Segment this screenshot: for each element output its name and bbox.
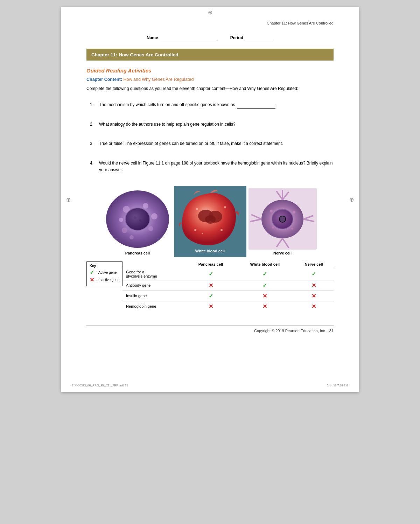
question-text: Would the nerve cell in Figure 11.1 on p… bbox=[99, 160, 334, 173]
footer-page: 81 bbox=[329, 329, 334, 333]
question-text: The mechanism by which cells turn on and… bbox=[99, 102, 334, 109]
question-text: True or false: The expression of genes c… bbox=[99, 140, 334, 147]
corner-br-text: 5/14/18 7:28 PM bbox=[327, 384, 348, 387]
cells-section: Pancreas cell bbox=[86, 186, 334, 312]
crosshair-top-icon: ⊕ bbox=[208, 9, 212, 16]
x-icon: ✕ bbox=[312, 293, 316, 299]
pancreas-hemoglobin: ✕ bbox=[186, 301, 236, 312]
table-row: Insulin gene ✓ ✕ ✕ bbox=[122, 291, 334, 301]
question-text: What analogy do the authors use to help … bbox=[99, 121, 334, 128]
white-antibody: ✓ bbox=[236, 280, 294, 291]
intro-text: Complete the following questions as you … bbox=[86, 85, 334, 92]
gene-name-antibody: Antibody gene bbox=[122, 280, 186, 291]
nerve-antibody: ✕ bbox=[294, 280, 334, 291]
svg-point-7 bbox=[119, 218, 123, 222]
table-row: Antibody gene ✕ ✓ ✕ bbox=[122, 280, 334, 291]
white-blood-cell-label: White blood cell bbox=[176, 249, 244, 253]
pancreas-insulin: ✓ bbox=[186, 291, 236, 301]
x-icon: ✕ bbox=[262, 303, 267, 309]
period-field: Period bbox=[230, 35, 273, 40]
question-item: 3. True or false: The expression of gene… bbox=[86, 140, 334, 147]
cell-images-row: Pancreas cell bbox=[86, 186, 334, 257]
svg-point-14 bbox=[205, 215, 216, 224]
crosshair-left-icon: ⊕ bbox=[66, 196, 71, 203]
footer: Copyright © 2019 Pearson Education, Inc.… bbox=[86, 326, 334, 333]
nerve-cell-label: Nerve cell bbox=[248, 251, 317, 255]
chapter-title-bar: Chapter 11: How Genes Are Controlled bbox=[86, 49, 334, 61]
white-blood-cell-bg: White blood cell bbox=[174, 186, 246, 257]
question-item: 2. What analogy do the authors use to he… bbox=[86, 121, 334, 128]
name-underline bbox=[160, 35, 216, 40]
svg-point-37 bbox=[291, 228, 293, 230]
white-glycolysis: ✓ bbox=[236, 268, 294, 280]
nerve-insulin: ✕ bbox=[294, 291, 334, 301]
pancreas-glycolysis: ✓ bbox=[186, 268, 236, 280]
x-icon: ✕ bbox=[312, 282, 316, 288]
pancreas-cell-container: Pancreas cell bbox=[104, 188, 172, 257]
svg-point-10 bbox=[134, 216, 136, 219]
pancreas-antibody: ✕ bbox=[186, 280, 236, 291]
chapter-content-label: Chapter Content: How and Why Genes Are R… bbox=[86, 77, 334, 82]
svg-point-33 bbox=[280, 216, 285, 222]
question-item: 4. Would the nerve cell in Figure 11.1 o… bbox=[86, 160, 334, 173]
svg-point-34 bbox=[270, 210, 273, 212]
gene-name-insulin: Insulin gene bbox=[122, 291, 186, 301]
question-number: 3. bbox=[86, 140, 93, 147]
check-icon: ✓ bbox=[90, 269, 94, 276]
nerve-cell-container: Nerve cell bbox=[248, 188, 317, 257]
x-icon: ✕ bbox=[312, 303, 316, 309]
check-icon: ✓ bbox=[262, 271, 267, 277]
period-label: Period bbox=[230, 35, 243, 40]
chapter-header: Chapter 11: How Genes Are Controlled bbox=[86, 21, 334, 25]
check-icon: ✓ bbox=[209, 271, 213, 277]
check-icon: ✓ bbox=[312, 271, 316, 277]
x-icon: ✕ bbox=[209, 282, 213, 288]
pancreas-cell-image bbox=[104, 188, 172, 250]
x-icon: ✕ bbox=[90, 277, 94, 283]
key-inactive-item: ✕ = Inactive gene bbox=[90, 277, 119, 283]
svg-point-6 bbox=[130, 235, 134, 239]
footer-copyright: Copyright © 2019 Pearson Education, Inc. bbox=[254, 329, 326, 333]
name-period-line: Name Period bbox=[86, 35, 334, 40]
nerve-glycolysis: ✓ bbox=[294, 268, 334, 280]
key-active-item: ✓ = Active gene bbox=[90, 269, 119, 276]
crosshair-right-icon: ⊕ bbox=[349, 196, 354, 203]
question-number: 4. bbox=[86, 160, 93, 173]
question-number: 2. bbox=[86, 121, 93, 128]
x-icon: ✕ bbox=[262, 293, 267, 299]
key-box: Key ✓ = Active gene ✕ = Inactive gene bbox=[86, 261, 122, 286]
svg-point-3 bbox=[151, 213, 158, 219]
answer-blank bbox=[237, 102, 275, 109]
chapter-content-topic: How and Why Genes Are Regulated bbox=[124, 77, 194, 82]
table-header-gene bbox=[122, 261, 186, 268]
key-active-label: = Active gene bbox=[96, 271, 117, 274]
white-insulin: ✕ bbox=[236, 291, 294, 301]
table-header-nerve: Nerve cell bbox=[294, 261, 334, 268]
gene-name-hemoglobin: Hemoglobin gene bbox=[122, 301, 186, 312]
nerve-hemoglobin: ✕ bbox=[294, 301, 334, 312]
gene-table: Pancreas cell White blood cell Nerve cel… bbox=[122, 261, 334, 312]
chapter-title: Chapter 11: How Genes Are Controlled bbox=[91, 52, 178, 57]
white-hemoglobin: ✕ bbox=[236, 301, 294, 312]
svg-point-2 bbox=[143, 203, 148, 209]
name-label: Name bbox=[147, 35, 158, 40]
chapter-content-prefix: Chapter Content: bbox=[86, 77, 124, 82]
nerve-cell-image bbox=[248, 188, 317, 250]
white-blood-cell-image bbox=[176, 188, 244, 247]
table-row: Hemoglobin gene ✕ ✕ ✕ bbox=[122, 301, 334, 312]
key-title: Key bbox=[90, 264, 119, 268]
guided-reading-title: Guided Reading Activities bbox=[86, 68, 334, 74]
name-field: Name bbox=[147, 35, 216, 40]
gene-table-wrapper: Key ✓ = Active gene ✕ = Inactive gene Pa… bbox=[86, 261, 334, 312]
pancreas-cell-label: Pancreas cell bbox=[104, 251, 172, 255]
question-item: 1. The mechanism by which cells turn on … bbox=[86, 102, 334, 109]
key-inactive-label: = Inactive gene bbox=[96, 278, 119, 282]
page: ⊕ ⊕ ⊕ Chapter 11: How Genes Are Controll… bbox=[61, 7, 359, 392]
svg-point-18 bbox=[194, 229, 196, 231]
svg-point-11 bbox=[139, 219, 141, 222]
x-icon: ✕ bbox=[209, 303, 213, 309]
table-header-white: White blood cell bbox=[236, 261, 294, 268]
svg-point-16 bbox=[224, 206, 226, 208]
svg-point-15 bbox=[196, 208, 198, 210]
check-icon: ✓ bbox=[209, 293, 213, 299]
